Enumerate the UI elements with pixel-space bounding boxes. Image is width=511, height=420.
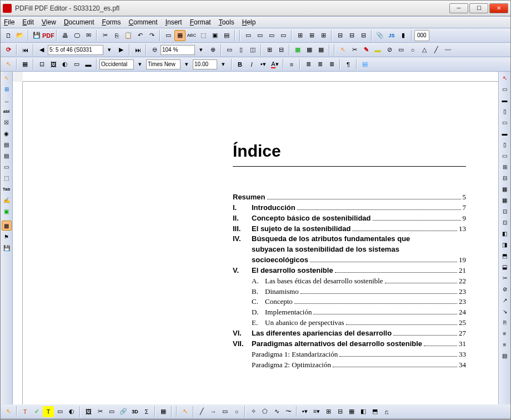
rt-t23-icon[interactable]: ≡ xyxy=(500,328,510,338)
align3-icon[interactable]: ≣ xyxy=(326,59,337,70)
rt-t11-icon[interactable]: ▦ xyxy=(500,195,510,205)
bt-s7-icon[interactable]: ∿ xyxy=(271,406,282,417)
rt-t3-icon[interactable]: ▯ xyxy=(500,106,510,116)
refresh-icon[interactable]: ⟳ xyxy=(3,44,14,56)
lt-pointer-icon[interactable]: ↖ xyxy=(2,73,12,83)
bt-clip-icon[interactable]: ✂ xyxy=(94,406,106,417)
crop-icon[interactable]: ✂ xyxy=(349,44,360,56)
zoom-out-icon[interactable]: ⊖ xyxy=(149,44,160,56)
view1-icon[interactable]: ⊞ xyxy=(264,44,275,56)
obj4-icon[interactable]: ▭ xyxy=(71,59,82,70)
zoom-in-icon[interactable]: ⊕ xyxy=(207,44,218,56)
bt-btn-icon[interactable]: ▭ xyxy=(106,406,117,417)
tool5-icon[interactable]: ▤ xyxy=(221,30,232,41)
maximize-button[interactable]: ☐ xyxy=(469,3,488,13)
menu-format[interactable]: Format xyxy=(190,18,211,26)
line-icon[interactable]: ╱ xyxy=(430,44,442,56)
rect4-icon[interactable]: ▭ xyxy=(278,30,289,41)
select-icon[interactable]: ↖ xyxy=(3,59,14,70)
highlight-icon[interactable]: ▬ xyxy=(372,44,383,56)
zero-display[interactable]: 000 xyxy=(414,30,429,41)
tool3-icon[interactable]: ⬚ xyxy=(198,30,209,41)
bt-img-icon[interactable]: 🖼 xyxy=(83,406,94,417)
attach-icon[interactable]: 📎 xyxy=(374,30,385,41)
italic-icon[interactable]: I xyxy=(246,59,257,70)
pen-red-icon[interactable]: ✎ xyxy=(360,44,372,56)
menu-edit[interactable]: Edit xyxy=(22,18,34,26)
rt-t6-icon[interactable]: ▯ xyxy=(500,139,510,149)
rt-t15-icon[interactable]: ◨ xyxy=(500,239,510,249)
bt-link-icon[interactable]: 🔗 xyxy=(118,406,129,417)
undo-icon[interactable]: ↶ xyxy=(134,30,146,41)
rect1-icon[interactable]: ▭ xyxy=(243,30,254,41)
bt-g6-icon[interactable]: ⎌ xyxy=(381,406,392,417)
add2-icon[interactable]: ⊞ xyxy=(306,30,317,41)
lt-mode-icon[interactable]: ▦ xyxy=(2,221,12,231)
menu-comment[interactable]: Comment xyxy=(129,18,158,26)
bt-line-icon[interactable]: ≡▾ xyxy=(311,406,322,417)
bt-cal-icon[interactable]: ▦ xyxy=(158,406,169,417)
bt-t4-icon[interactable]: ▭ xyxy=(54,406,66,417)
menu-forms[interactable]: Forms xyxy=(102,18,121,26)
bt-s5-icon[interactable]: ✧ xyxy=(248,406,259,417)
lt-radio-icon[interactable]: ◉ xyxy=(2,128,12,138)
encoding-select[interactable] xyxy=(99,59,134,69)
layer-icon[interactable]: ▤ xyxy=(359,59,370,70)
rt-t22-icon[interactable]: ⎘ xyxy=(500,317,510,327)
rt-t13-icon[interactable]: ⊡ xyxy=(500,217,510,227)
bt-sigma-icon[interactable]: Σ xyxy=(141,406,152,417)
lt-link-icon[interactable]: ⬚ xyxy=(2,173,12,183)
print-icon[interactable]: 🖶 xyxy=(59,30,71,41)
minimize-button[interactable]: ─ xyxy=(449,3,468,13)
zoom-dropdown-icon[interactable]: ▾ xyxy=(196,44,207,56)
del1-icon[interactable]: ⊟ xyxy=(334,30,345,41)
fit1-icon[interactable]: ▭ xyxy=(224,44,235,56)
fill-color-icon[interactable]: ▪▾ xyxy=(258,59,269,70)
text-color-icon[interactable]: A▾ xyxy=(269,59,280,70)
rt-t7-icon[interactable]: ▭ xyxy=(500,151,510,161)
fit2-icon[interactable]: ▯ xyxy=(236,44,247,56)
rt-t19-icon[interactable]: ⊘ xyxy=(500,284,510,294)
view2-icon[interactable]: ⊟ xyxy=(275,44,287,56)
bt-s1-icon[interactable]: ╱ xyxy=(196,406,207,417)
add3-icon[interactable]: ⊞ xyxy=(318,30,329,41)
font-dropdown-icon[interactable]: ▾ xyxy=(181,59,192,70)
align-left-icon[interactable]: ≡ xyxy=(286,59,297,70)
rt-t1-icon[interactable]: ▭ xyxy=(500,84,510,94)
save-pdf-icon[interactable]: PDF xyxy=(43,30,54,41)
dropdown-icon[interactable]: ▾ xyxy=(104,44,115,56)
rt-t24-icon[interactable]: ≡ xyxy=(500,339,510,349)
bt-t5-icon[interactable]: ◐ xyxy=(66,406,77,417)
document-canvas[interactable]: Índice Resumen5I.Introducción7II.Concept… xyxy=(23,82,498,404)
align1-icon[interactable]: ≣ xyxy=(303,59,314,70)
rt-t17-icon[interactable]: ⬓ xyxy=(500,262,510,272)
lt-flag-icon[interactable]: ⚑ xyxy=(2,232,12,242)
grid-icon[interactable]: ▦ xyxy=(19,59,31,70)
spellcheck-icon[interactable]: ABC xyxy=(186,30,197,41)
menu-help[interactable]: Help xyxy=(242,18,256,26)
rect3-icon[interactable]: ▭ xyxy=(266,30,277,41)
bold-icon[interactable]: B xyxy=(234,59,246,70)
bt-g4-icon[interactable]: ◧ xyxy=(358,406,369,417)
rect2-icon[interactable]: ▭ xyxy=(254,30,265,41)
rt-t18-icon[interactable]: ✂ xyxy=(500,273,510,283)
rt-t16-icon[interactable]: ⬒ xyxy=(500,251,510,261)
open-icon[interactable]: 📂 xyxy=(14,30,26,41)
page-input[interactable] xyxy=(48,45,103,55)
bt-t1-icon[interactable]: T xyxy=(19,406,31,417)
new-icon[interactable]: 🗋 xyxy=(3,30,14,41)
del3-icon[interactable]: ⊟ xyxy=(358,30,369,41)
fit3-icon[interactable]: ◫ xyxy=(247,44,258,56)
curve-icon[interactable]: 〰 xyxy=(442,44,453,56)
last-page-icon[interactable]: ⏭ xyxy=(132,44,143,56)
eraser-icon[interactable]: ⊘ xyxy=(384,44,395,56)
bt-t3-icon[interactable]: T xyxy=(43,406,54,417)
lt-list2-icon[interactable]: ▤ xyxy=(2,151,12,161)
lt-tab-icon[interactable]: ⎵ xyxy=(2,95,12,105)
obj5-icon[interactable]: ▬ xyxy=(83,59,94,70)
align2-icon[interactable]: ≣ xyxy=(314,59,325,70)
bt-t2-icon[interactable]: ✓ xyxy=(31,406,42,417)
size-dropdown-icon[interactable]: ▾ xyxy=(218,59,229,70)
bt-3d-icon[interactable]: 3D xyxy=(129,406,141,417)
obj3-icon[interactable]: ◐ xyxy=(59,59,71,70)
